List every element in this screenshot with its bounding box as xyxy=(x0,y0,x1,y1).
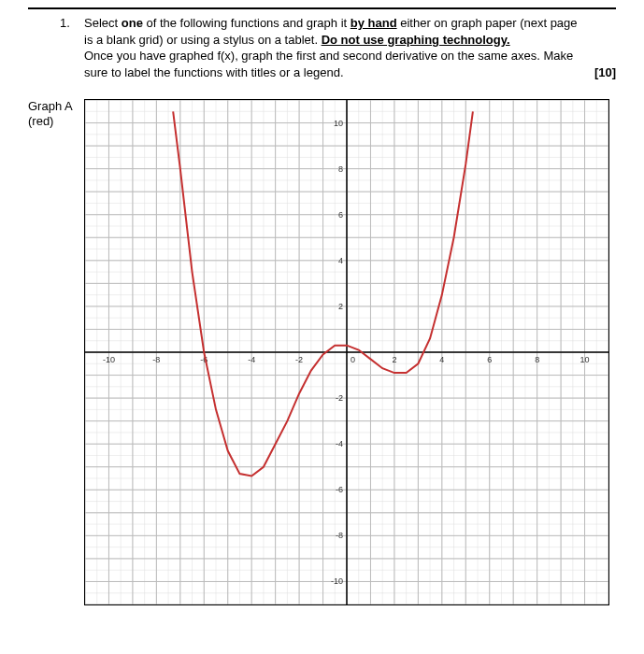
q-line4: sure to label the functions with titles … xyxy=(84,65,344,79)
svg-text:6: 6 xyxy=(487,355,492,364)
q-line3: Once you have graphed f(x), graph the fi… xyxy=(84,49,573,63)
svg-text:8: 8 xyxy=(338,164,343,174)
graph-label-title: Graph A xyxy=(28,99,73,113)
graph-area: Graph A (red) -10-8-6-4-20246810-10-8-6-… xyxy=(28,99,616,608)
svg-text:2: 2 xyxy=(392,355,396,364)
q-line2-a: is a blank grid) or using a stylus on a … xyxy=(84,33,322,47)
q-line1-c: either on graph paper (next page xyxy=(397,16,578,30)
svg-text:10: 10 xyxy=(334,119,343,128)
svg-text:-2: -2 xyxy=(295,355,303,364)
svg-text:-10: -10 xyxy=(331,577,343,587)
svg-text:6: 6 xyxy=(338,210,343,220)
svg-text:4: 4 xyxy=(439,355,444,364)
top-rule xyxy=(28,7,616,9)
chart: -10-8-6-4-20246810-10-8-6-4-2246810 xyxy=(85,100,608,604)
svg-text:-8: -8 xyxy=(152,355,160,364)
svg-text:-4: -4 xyxy=(336,439,343,448)
svg-text:-10: -10 xyxy=(103,355,115,364)
marks: [10] xyxy=(594,64,616,81)
question-text: 1. Select one of the following functions… xyxy=(28,15,616,80)
svg-text:-2: -2 xyxy=(336,393,343,403)
svg-text:-8: -8 xyxy=(336,532,343,541)
svg-text:-4: -4 xyxy=(248,355,255,364)
svg-text:-6: -6 xyxy=(336,485,343,494)
chart-frame: -10-8-6-4-20246810-10-8-6-4-2246810 xyxy=(84,99,609,605)
svg-text:0: 0 xyxy=(351,355,355,364)
q-line1-b: of the following functions and graph it xyxy=(143,16,351,30)
graph-label-sub: (red) xyxy=(28,114,53,128)
question-number: 1. xyxy=(60,15,70,32)
q-line1-a: Select xyxy=(84,16,122,30)
q-line1-bold: one xyxy=(122,16,143,30)
svg-text:10: 10 xyxy=(580,355,590,364)
graph-label: Graph A (red) xyxy=(28,99,84,128)
svg-text:8: 8 xyxy=(535,355,539,364)
q-line1-ub: by hand xyxy=(351,16,397,30)
q-line2-ub: Do not use graphing technology. xyxy=(322,33,510,47)
document-page: 1. Select one of the following functions… xyxy=(0,0,644,654)
svg-text:4: 4 xyxy=(338,256,343,265)
svg-text:2: 2 xyxy=(338,302,343,311)
